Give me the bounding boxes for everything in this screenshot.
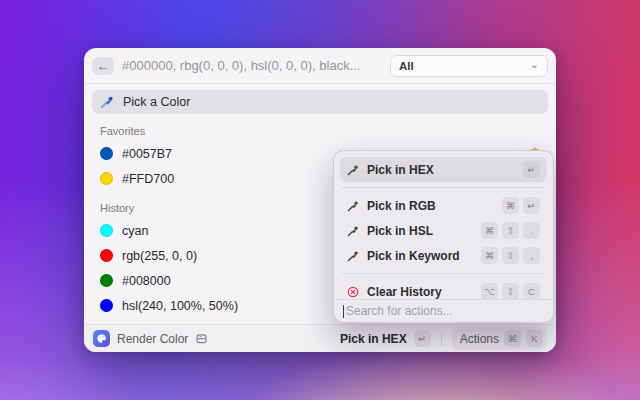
menu-item-label: Pick in Keyword <box>367 249 473 263</box>
color-label: rgb(255, 0, 0) <box>122 249 197 263</box>
keycap-option: ⌥ <box>481 283 498 300</box>
actions-search-bar <box>334 299 553 322</box>
keycap-enter: ↵ <box>523 161 540 178</box>
color-label: #0057B7 <box>122 147 172 161</box>
printer-icon <box>195 332 208 345</box>
keycap-c: C <box>523 283 540 300</box>
keycap-comma: , <box>523 247 540 264</box>
text-caret <box>343 305 344 318</box>
keycap-shift: ⇧ <box>502 283 519 300</box>
filter-dropdown-value: All <box>399 60 530 72</box>
command-name: Render Color <box>117 332 188 346</box>
keycap-shift: ⇧ <box>502 222 519 239</box>
search-header: ← All ⌄ <box>84 48 556 84</box>
color-picker-app-icon <box>93 330 110 347</box>
actions-search-input[interactable] <box>346 304 544 318</box>
actions-button[interactable]: Actions ⌘ K <box>452 327 547 350</box>
color-swatch <box>100 274 113 287</box>
actions-menu-popup: Pick in HEX ↵ Pick in RGB ⌘ ↵ <box>333 150 554 323</box>
filter-dropdown[interactable]: All ⌄ <box>390 55 548 77</box>
keycap-cmd: ⌘ <box>504 330 521 347</box>
color-swatch <box>100 249 113 262</box>
footer-bar: Render Color Pick in HEX ↵ Actions ⌘ K <box>84 324 556 352</box>
clear-circle-x-icon <box>347 286 359 298</box>
menu-divider <box>341 273 546 274</box>
color-search-input[interactable] <box>122 58 382 73</box>
back-button[interactable]: ← <box>92 57 114 75</box>
color-label: #FFD700 <box>122 172 174 186</box>
menu-item-label: Clear History <box>367 285 473 299</box>
pick-a-color-row[interactable]: Pick a Color <box>92 90 548 114</box>
keycap-k: K <box>526 330 543 347</box>
menu-item-label: Pick in HSL <box>367 224 473 238</box>
menu-divider <box>341 187 546 188</box>
color-swatch <box>100 172 113 185</box>
keycap-enter: ↵ <box>523 197 540 214</box>
footer-divider <box>441 332 442 346</box>
keycap-shift: ⇧ <box>502 247 519 264</box>
color-label: hsl(240, 100%, 50%) <box>122 299 238 313</box>
color-swatch <box>100 224 113 237</box>
eyedropper-icon <box>100 95 114 109</box>
color-swatch <box>100 147 113 160</box>
actions-button-label: Actions <box>460 332 499 346</box>
menu-item-pick-in-hex[interactable]: Pick in HEX ↵ <box>340 157 547 182</box>
back-arrow-icon: ← <box>97 59 109 73</box>
menu-item-pick-in-hsl[interactable]: Pick in HSL ⌘ ⇧ . <box>340 218 547 243</box>
keycap-enter: ↵ <box>414 330 431 347</box>
keycap-period: . <box>523 222 540 239</box>
color-label: #008000 <box>122 274 171 288</box>
primary-action-label[interactable]: Pick in HEX <box>340 332 407 346</box>
keycap-cmd: ⌘ <box>481 247 498 264</box>
color-swatch <box>100 299 113 312</box>
menu-item-label: Pick in HEX <box>367 163 515 177</box>
eyedropper-icon <box>347 250 359 262</box>
raycast-color-picker-window: ← All ⌄ Pick a Color Favorites #0057B7 ★ <box>84 48 556 352</box>
menu-item-label: Pick in RGB <box>367 199 494 213</box>
eyedropper-icon <box>347 225 359 237</box>
keycap-cmd: ⌘ <box>481 222 498 239</box>
menu-item-pick-in-rgb[interactable]: Pick in RGB ⌘ ↵ <box>340 193 547 218</box>
color-label: cyan <box>122 224 148 238</box>
eyedropper-icon <box>347 200 359 212</box>
eyedropper-icon <box>347 164 359 176</box>
pick-a-color-label: Pick a Color <box>123 95 190 109</box>
section-header-favorites: Favorites <box>100 125 548 137</box>
keycap-cmd: ⌘ <box>502 197 519 214</box>
menu-item-pick-in-keyword[interactable]: Pick in Keyword ⌘ ⇧ , <box>340 243 547 268</box>
